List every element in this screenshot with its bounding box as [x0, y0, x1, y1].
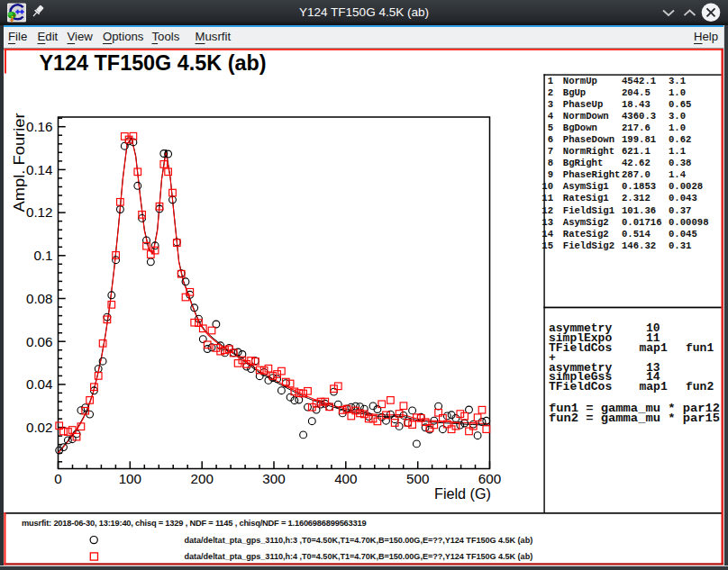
svg-text:0.62: 0.62: [669, 134, 691, 145]
svg-text:0.31: 0.31: [669, 240, 691, 251]
svg-text:FieldSig1: FieldSig1: [563, 205, 614, 216]
svg-text:RateSig2: RateSig2: [563, 229, 609, 240]
svg-text:4360.3: 4360.3: [622, 111, 656, 122]
svg-text:NormRight: NormRight: [563, 146, 614, 157]
svg-text:0.1: 0.1: [33, 248, 52, 263]
svg-text:200: 200: [191, 471, 214, 486]
svg-text:fun2 = gamma_mu * par15: fun2 = gamma_mu * par15: [549, 412, 720, 425]
svg-text:map1: map1: [640, 341, 668, 355]
svg-text:7: 7: [548, 146, 553, 157]
svg-text:1.1: 1.1: [669, 146, 686, 157]
svg-text:data/deltat_pta_gps_3110,h:3 ,: data/deltat_pta_gps_3110,h:3 ,T0=4.50K,T…: [185, 536, 533, 545]
svg-text:AsymSig2: AsymSig2: [563, 217, 609, 228]
svg-text:204.5: 204.5: [622, 87, 651, 98]
svg-text:0.06: 0.06: [26, 334, 53, 349]
svg-text:287.0: 287.0: [622, 169, 651, 180]
svg-text:621.1: 621.1: [622, 146, 651, 157]
svg-text:0.00098: 0.00098: [669, 217, 709, 228]
svg-text:BgUp: BgUp: [563, 87, 586, 98]
svg-text:8: 8: [548, 158, 553, 168]
svg-text:0.65: 0.65: [669, 99, 691, 110]
svg-text:199.81: 199.81: [622, 134, 656, 145]
svg-text:100: 100: [119, 471, 141, 486]
svg-text:AsymSig1: AsymSig1: [563, 181, 609, 192]
svg-text:fun2: fun2: [686, 380, 714, 394]
svg-text:14: 14: [541, 229, 553, 240]
svg-text:600: 600: [478, 471, 501, 486]
svg-text:BgRight: BgRight: [563, 158, 604, 168]
svg-text:4542.1: 4542.1: [622, 76, 656, 86]
svg-text:6: 6: [548, 134, 553, 145]
svg-text:Ampl. Fourier: Ampl. Fourier: [12, 113, 27, 213]
svg-text:0.1853: 0.1853: [622, 181, 656, 192]
svg-text:0: 0: [54, 471, 61, 486]
svg-text:12: 12: [541, 205, 553, 216]
svg-text:11: 11: [541, 193, 553, 204]
svg-text:101.36: 101.36: [622, 205, 656, 216]
svg-text:0.0028: 0.0028: [669, 181, 703, 192]
svg-text:PhaseDown: PhaseDown: [563, 134, 614, 145]
svg-text:NormDown: NormDown: [563, 111, 609, 122]
svg-text:musrfit: 2018-06-30, 13:19:40,: musrfit: 2018-06-30, 13:19:40, chisq = 1…: [22, 519, 366, 528]
svg-text:0.045: 0.045: [669, 229, 697, 240]
svg-text:data/deltat_pta_gps_3110,h:4 ,: data/deltat_pta_gps_3110,h:4 ,T0=4.50K,T…: [185, 552, 533, 561]
svg-text:13: 13: [541, 217, 553, 228]
svg-text:0.02: 0.02: [26, 420, 53, 435]
svg-text:map1: map1: [640, 380, 668, 394]
svg-text:5: 5: [548, 122, 553, 133]
svg-text:PhaseUp: PhaseUp: [563, 99, 604, 110]
svg-text:9: 9: [548, 169, 553, 180]
svg-text:0.043: 0.043: [669, 193, 697, 204]
svg-text:0.01716: 0.01716: [622, 217, 662, 228]
svg-text:400: 400: [334, 471, 357, 486]
svg-text:1: 1: [548, 76, 553, 86]
svg-text:18.43: 18.43: [622, 99, 651, 110]
svg-text:146.32: 146.32: [622, 240, 656, 251]
svg-text:PhaseRight: PhaseRight: [563, 169, 621, 180]
svg-text:FieldSig2: FieldSig2: [563, 240, 614, 251]
svg-text:BgDown: BgDown: [563, 122, 597, 133]
svg-text:42.62: 42.62: [622, 158, 651, 168]
svg-text:10: 10: [541, 181, 553, 192]
svg-text:Field (G): Field (G): [434, 485, 491, 502]
svg-text:0.16: 0.16: [26, 119, 53, 134]
svg-text:500: 500: [406, 471, 429, 486]
svg-text:300: 300: [262, 471, 285, 486]
svg-text:RateSig1: RateSig1: [563, 193, 609, 204]
svg-text:15: 15: [541, 240, 553, 251]
svg-text:1.4: 1.4: [669, 169, 687, 180]
svg-text:2: 2: [548, 87, 553, 98]
svg-text:3.0: 3.0: [669, 111, 686, 122]
svg-text:0.12: 0.12: [26, 204, 53, 220]
svg-text:2.312: 2.312: [622, 193, 651, 204]
svg-text:1.0: 1.0: [669, 87, 686, 98]
svg-text:217.6: 217.6: [622, 122, 651, 133]
svg-text:TFieldCos: TFieldCos: [549, 380, 612, 394]
svg-text:TFieldCos: TFieldCos: [549, 341, 612, 355]
svg-text:0.514: 0.514: [622, 229, 651, 240]
svg-text:0.38: 0.38: [669, 158, 691, 168]
svg-text:0.14: 0.14: [26, 162, 53, 177]
svg-text:3: 3: [548, 99, 553, 110]
svg-text:4: 4: [548, 111, 554, 122]
svg-text:fun1: fun1: [686, 341, 714, 355]
svg-text:1.0: 1.0: [669, 122, 686, 133]
svg-text:NormUp: NormUp: [563, 76, 597, 86]
svg-text:0.37: 0.37: [669, 205, 691, 216]
svg-text:3.1: 3.1: [669, 76, 686, 86]
svg-text:Y124 TF150G 4.5K (ab): Y124 TF150G 4.5K (ab): [40, 50, 267, 75]
svg-text:0.04: 0.04: [26, 376, 53, 392]
svg-text:0.08: 0.08: [26, 291, 53, 306]
